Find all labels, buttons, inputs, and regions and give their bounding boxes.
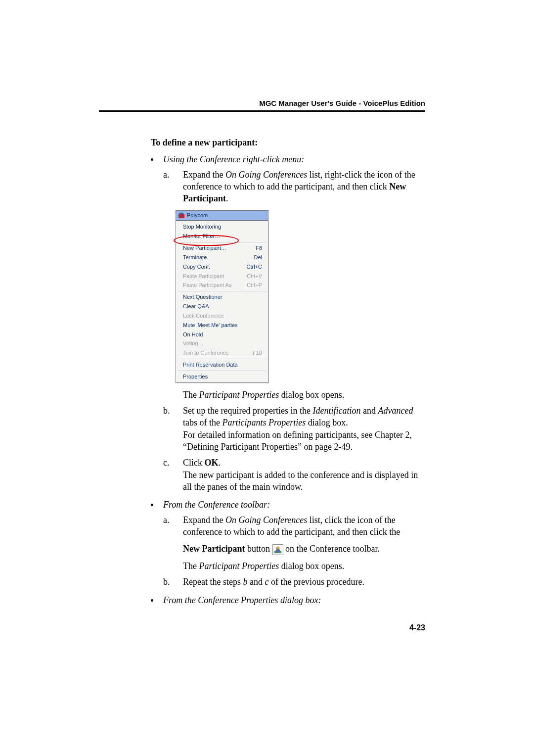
- menu-item-voting: Voting…: [176, 339, 268, 348]
- menu-shortcut: Ctrl+C: [247, 263, 262, 271]
- menu-shortcut: Ctrl+P: [247, 282, 262, 289]
- text-line: For detailed information on defining par…: [183, 429, 428, 453]
- bullet-icon: [151, 599, 153, 602]
- text-fragment: on the Conference toolbar.: [283, 544, 380, 554]
- menu-item-new-participant[interactable]: New Participant…F8: [176, 243, 268, 253]
- menu-shortcut: F8: [256, 244, 262, 252]
- text-fragment: Repeat the steps: [183, 577, 243, 587]
- bullet-text: From the Conference Properties dialog bo…: [163, 594, 321, 606]
- menu-label: Paste Participant As: [183, 282, 231, 289]
- menu-item-stop-monitoring[interactable]: Stop Monitoring: [176, 222, 268, 232]
- step-text: Repeat the steps b and c of the previous…: [183, 576, 428, 588]
- menu-shortcut: Del: [254, 254, 262, 261]
- text-fragment: of the previous procedure.: [268, 577, 364, 587]
- text-fragment: tabs of the: [183, 418, 222, 427]
- menu-label: Clear Q&A: [183, 303, 209, 310]
- list-item: Using the Conference right-click menu:: [151, 153, 428, 165]
- new-participant-icon: [272, 544, 283, 555]
- bullet-icon: [151, 504, 153, 506]
- step-marker: c.: [163, 457, 172, 493]
- text-fragment: On Going Conferences: [225, 170, 307, 180]
- text-fragment: Participant Properties: [199, 390, 279, 400]
- step-marker: a.: [163, 169, 172, 205]
- menu-item-lock-conference: Lock Conference: [176, 311, 268, 321]
- step-text: Click OK. The new participant is added t…: [183, 457, 428, 493]
- text-fragment: Click: [183, 458, 205, 468]
- text-fragment: dialog box opens.: [279, 390, 344, 400]
- svg-rect-3: [276, 550, 280, 553]
- step-c: c. Click OK. The new participant is adde…: [163, 457, 428, 493]
- step-text: Expand the On Going Conferences list, cl…: [183, 514, 428, 572]
- menu-item-terminate[interactable]: TerminateDel: [176, 253, 268, 262]
- context-menu-figure: Polycom Stop Monitoring Monitor Filter… …: [176, 210, 428, 382]
- bullet-icon: [151, 158, 153, 161]
- menu-item-paste-participant-as: Paste Participant AsCtrl+P: [176, 281, 268, 290]
- menu-label: Join to Conference: [183, 349, 228, 357]
- step-b: b. Set up the required properties in the…: [163, 405, 428, 453]
- menu-label: Terminate: [183, 254, 207, 261]
- text-fragment: Set up the required properties in the: [183, 406, 312, 416]
- text-fragment: Advanced: [378, 406, 413, 416]
- menu-item-on-hold[interactable]: On Hold: [176, 330, 268, 339]
- menu-item-properties[interactable]: Properties: [176, 372, 268, 381]
- step-result: The Participant Properties dialog box op…: [163, 389, 428, 401]
- figure-wrap: Polycom Stop Monitoring Monitor Filter… …: [176, 210, 268, 382]
- body-content: To define a new participant: Using the C…: [151, 137, 428, 609]
- step-b: b. Repeat the steps b and c of the previ…: [163, 576, 428, 588]
- text-fragment: Expand the: [183, 170, 225, 180]
- menu-item-next-questioner[interactable]: Next Questioner: [176, 292, 268, 302]
- bullet-text: Using the Conference right-click menu:: [163, 153, 304, 165]
- tree-item-selected: Polycom: [176, 210, 268, 221]
- svg-point-2: [276, 547, 279, 550]
- svg-rect-5: [279, 551, 281, 553]
- menu-label: Properties: [183, 373, 208, 380]
- step-text: The Participant Properties dialog box op…: [183, 389, 428, 401]
- step-marker: a.: [163, 514, 172, 572]
- menu-separator: [178, 371, 266, 371]
- text-line: New Participant button on the Conference…: [183, 543, 428, 555]
- menu-separator: [178, 359, 266, 359]
- menu-label: Paste Participant: [183, 273, 224, 280]
- menu-label: On Hold: [183, 331, 203, 338]
- text-line: The new participant is added to the conf…: [183, 469, 428, 493]
- svg-rect-0: [178, 214, 184, 218]
- menu-label: New Participant…: [183, 244, 226, 252]
- step-marker: b.: [163, 576, 172, 588]
- text-fragment: .: [219, 458, 221, 468]
- tree-item-label: Polycom: [187, 212, 208, 219]
- list-item: From the Conference toolbar:: [151, 499, 428, 511]
- menu-item-print-reservation[interactable]: Print Reservation Data: [176, 360, 268, 370]
- menu-item-monitor-filter[interactable]: Monitor Filter…: [176, 232, 268, 241]
- menu-label: Lock Conference: [183, 312, 224, 320]
- step-text: Set up the required properties in the Id…: [183, 405, 428, 453]
- menu-label: Stop Monitoring: [183, 223, 221, 231]
- menu-label: Voting…: [183, 340, 204, 347]
- step-a: a. Expand the On Going Conferences list,…: [163, 169, 428, 205]
- text-line: The Participant Properties dialog box op…: [183, 560, 428, 572]
- text-fragment: The: [183, 390, 199, 400]
- menu-separator: [178, 242, 266, 242]
- menu-label: Copy Conf.: [183, 263, 210, 271]
- text-fragment: Participant Properties: [199, 561, 279, 571]
- text-fragment: New Participant: [183, 544, 245, 554]
- menu-item-clear-qna[interactable]: Clear Q&A: [176, 302, 268, 311]
- menu-label: Monitor Filter…: [183, 233, 220, 240]
- step-marker: b.: [163, 405, 172, 453]
- running-head: MGC Manager User's Guide - VoicePlus Edi…: [99, 99, 425, 107]
- menu-label: Mute 'Meet Me' parties: [183, 322, 238, 329]
- text-fragment: On Going Conferences: [225, 515, 307, 525]
- svg-rect-1: [179, 213, 183, 214]
- svg-rect-4: [274, 551, 276, 553]
- procedure-heading: To define a new participant:: [151, 137, 428, 148]
- menu-separator: [178, 291, 266, 291]
- text-fragment: OK: [205, 458, 219, 468]
- menu-label: Next Questioner: [183, 293, 222, 301]
- menu-item-mute-meet-me[interactable]: Mute 'Meet Me' parties: [176, 321, 268, 330]
- menu-item-copy-conf[interactable]: Copy Conf.Ctrl+C: [176, 262, 268, 272]
- page-header: MGC Manager User's Guide - VoicePlus Edi…: [99, 99, 425, 112]
- bullet-text: From the Conference toolbar:: [163, 499, 270, 511]
- menu-label: Print Reservation Data: [183, 361, 238, 369]
- text-fragment: and: [247, 577, 265, 587]
- text-fragment: .: [226, 193, 228, 203]
- text-fragment: Identification: [312, 406, 360, 416]
